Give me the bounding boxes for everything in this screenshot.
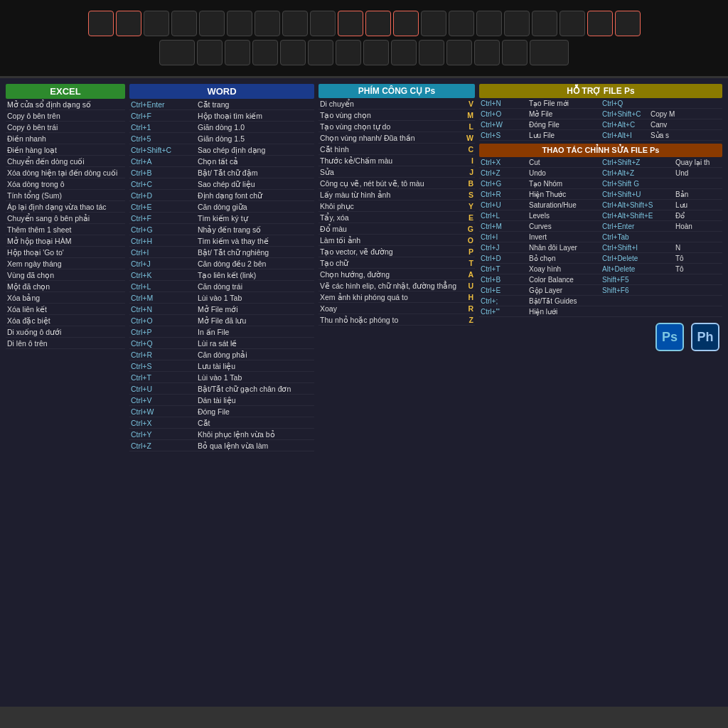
ps-edit-key2: Ctrl+Shift G: [602, 180, 673, 188]
ps-tool-desc: Xoay: [320, 304, 337, 313]
ps-edit-desc1: Hiện lưới: [529, 308, 557, 316]
ps-edit-key1: Ctrl+'": [481, 308, 527, 316]
word-key: Ctrl+Q: [131, 339, 195, 348]
ps-tool-desc: Di chuyển: [320, 100, 354, 108]
ps-edit-key2: [602, 297, 673, 305]
ps-file-row-left: Ctrl+SLưu File: [479, 130, 601, 141]
ps-edit-row-left: Ctrl+BColor Balance: [479, 274, 601, 285]
ps-tool-row-item: SửaJ: [318, 166, 475, 178]
word-desc: Sao chép định dạng: [198, 146, 265, 154]
word-desc: Căn dòng trái: [198, 282, 242, 291]
word-row-item: Ctrl+VDán tài liệu: [129, 395, 314, 406]
ps-tool-desc: Xem ảnh khi phóng quá to: [320, 293, 408, 301]
word-desc: Nhảy đến trang số: [198, 225, 261, 234]
word-key: Ctrl+F: [131, 112, 195, 120]
word-key: Ctrl+5: [131, 134, 195, 143]
ps-edit-key2: Ctrl+Alt+Shift+E: [602, 212, 673, 220]
ps-file-desc2: Canv: [651, 121, 667, 129]
key: [530, 40, 569, 65]
word-row-item: Ctrl+RCăn dòng phải: [129, 349, 314, 360]
key: [197, 40, 223, 65]
word-desc: Lùi vào 1 Tab: [198, 294, 242, 302]
ps-file-key: Ctrl+S: [481, 132, 527, 139]
ps-tool-key: L: [469, 122, 473, 131]
key: [365, 11, 391, 36]
ps-tool-key: H: [468, 293, 473, 301]
ps-tool-desc: Vẽ các hình elip, chữ nhật, đường thẳng: [320, 282, 456, 290]
ps-tool-row-item: Khôi phụcY: [318, 200, 475, 212]
key: [391, 40, 417, 65]
key: [282, 11, 308, 36]
word-key: Ctrl+T: [131, 373, 195, 382]
ps-edit-key1: Ctrl+G: [481, 180, 527, 188]
ps-file-desc: Lưu File: [529, 132, 555, 139]
word-desc: Căn dòng đều 2 bên: [198, 259, 266, 268]
ps-edit-desc1: Hiện Thước: [529, 191, 566, 198]
ps-edit-key2: Ctrl+Alt+Shift+S: [602, 201, 673, 209]
ps-edit-row-right: Ctrl+Shift G: [601, 178, 722, 189]
word-desc: In ấn File: [198, 328, 229, 336]
word-key: Ctrl+E: [131, 203, 195, 211]
ps-tool-key: M: [467, 111, 473, 119]
ps-file-section: HỖ TRỢ FILE Ps Ctrl+NTạo File mớiCtrl+QC…: [479, 84, 722, 701]
ps-edit-content: Ctrl+XCutCtrl+Shift+ZQuay lại thCtrl+ZUn…: [479, 157, 722, 317]
word-key: Ctrl+B: [131, 168, 195, 177]
ps-tool-key: E: [469, 213, 473, 222]
ps-tool-key: J: [469, 168, 473, 176]
ps-edit-row-left: Ctrl+JNhân đôi Layer: [479, 242, 601, 253]
ps-tool-row-item: Tạo vùng chọn tự doL: [318, 121, 475, 132]
ps-tool-desc: Chọn vùng nhanh/ Đũa thần: [320, 134, 415, 142]
excel-row-item: Xóa đặc biệt: [6, 315, 125, 326]
ps-edit-key2: Ctrl+Alt+Z: [602, 169, 673, 177]
word-desc: Lùi vào 1 Tab: [198, 373, 242, 382]
ps-edit-desc2: Bản: [675, 191, 688, 198]
word-row-item: Ctrl+NMở File mới: [129, 304, 314, 315]
ps-edit-row-right: Ctrl+DeleteTô: [601, 253, 722, 264]
ps-edit-desc1: Invert: [529, 233, 547, 241]
ps-edit-row-right: Ctrl+Shift+UBản: [601, 189, 722, 200]
ps-edit-row-left: Ctrl+DBỏ chọn: [479, 253, 601, 264]
ps-edit-key2: Ctrl+Delete: [602, 255, 673, 262]
word-key: Ctrl+D: [131, 191, 195, 200]
ps-edit-key1: Ctrl+R: [481, 191, 527, 198]
word-desc: Đóng File: [198, 407, 230, 416]
keyboard-area: [0, 0, 728, 78]
ps-edit-key1: Ctrl+Z: [481, 169, 527, 177]
word-desc: Hộp thoại tìm kiếm: [198, 112, 262, 120]
key: [225, 40, 250, 65]
ps-tools-section: PHÍM CÔNG CỤ Ps Di chuyểnVTạo vùng chọnM…: [318, 84, 475, 701]
ps-tool-row-item: Làm tối ảnhO: [318, 235, 475, 246]
word-key: Ctrl+L: [131, 282, 195, 291]
ps-edit-desc1: Tạo Nhóm: [529, 180, 562, 188]
ps-tool-row-item: Thu nhỏ hoặc phóng toZ: [318, 314, 475, 326]
ps-file-desc: Tạo File mới: [529, 100, 569, 107]
ps-file-row-left: Ctrl+NTạo File mới: [479, 98, 601, 109]
word-desc: Căn dòng phải: [198, 350, 247, 359]
ps-edit-key2: Alt+Delete: [602, 265, 673, 273]
key: [338, 11, 363, 36]
ps-edit-row-right: Alt+DeleteTô: [601, 264, 722, 274]
ps-tools-rows: Di chuyểnVTạo vùng chọnMTạo vùng chọn tự…: [318, 98, 475, 326]
ps-edit-key1: Ctrl+X: [481, 159, 527, 166]
word-row-item: Ctrl+FTìm kiếm ký tự: [129, 213, 314, 224]
ps-edit-desc2: Đổ: [675, 212, 685, 220]
ps-tool-desc: Công cụ vẽ, nét bút vẽ, tô màu: [320, 179, 424, 188]
key: [446, 40, 472, 65]
key: [227, 11, 252, 36]
ps-tool-row-item: Tạo chữT: [318, 257, 475, 269]
word-row-item: Ctrl+ZBỏ qua lệnh vừa làm: [129, 440, 314, 451]
word-key: Ctrl+G: [131, 225, 195, 234]
key: [310, 11, 336, 36]
ps-tools-header: PHÍM CÔNG CỤ Ps: [318, 84, 475, 98]
word-desc: Giãn dòng 1.5: [198, 134, 245, 143]
ps-edit-desc1: Color Balance: [529, 276, 574, 284]
ps-tool-row-item: Di chuyểnV: [318, 98, 475, 109]
word-desc: Lưu tài liệu: [198, 362, 235, 370]
word-row-item: Ctrl+SLưu tài liệu: [129, 360, 314, 372]
ps-edit-desc2: N: [675, 244, 680, 252]
ps-tool-key: Y: [469, 202, 473, 210]
word-key: Ctrl+S: [131, 362, 195, 370]
word-desc: Tạo liên kết (link): [198, 271, 256, 279]
word-row-item: Ctrl+LCăn dòng trái: [129, 281, 314, 292]
ps-edit-key1: Ctrl+D: [481, 255, 527, 262]
